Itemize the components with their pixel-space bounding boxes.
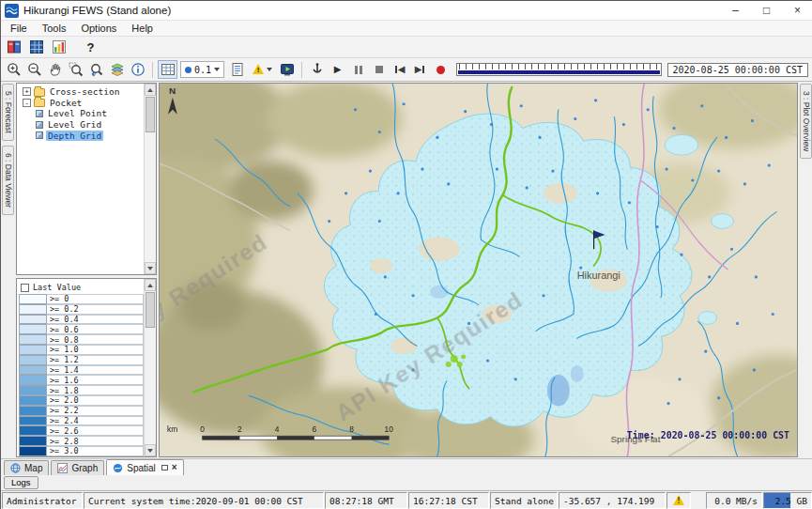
legend-label: >= 0.2	[47, 304, 144, 315]
svg-text:0: 0	[200, 424, 205, 434]
map-canvas[interactable]: Hikurangi Springs Flat API Key Required …	[160, 84, 797, 456]
svg-text:6: 6	[312, 424, 316, 434]
legend-swatch	[19, 395, 47, 406]
scroll-up-button[interactable]	[145, 279, 156, 291]
layers-button[interactable]	[107, 60, 127, 79]
jump-to-time-button[interactable]	[307, 60, 327, 79]
legend-label: >= 1.2	[47, 355, 144, 365]
menu-tools[interactable]: Tools	[35, 22, 74, 35]
minimize-button[interactable]: –	[720, 1, 751, 20]
float-tab-button[interactable]	[161, 465, 168, 470]
info-button[interactable]	[128, 60, 147, 79]
grid-display-button[interactable]	[158, 60, 177, 79]
left-panel: +Cross-section-PocketLevel PointLevel Gr…	[15, 82, 158, 458]
legend-scrollbar[interactable]	[144, 279, 156, 456]
legend-swatch	[19, 425, 47, 436]
tab-spatial[interactable]: Spatial×	[106, 459, 183, 475]
tree-expander[interactable]: -	[23, 99, 31, 107]
tree-item-depth-grid[interactable]: Depth Grid	[20, 130, 144, 141]
pause-button[interactable]	[348, 60, 368, 79]
zoom-out-button[interactable]	[24, 60, 44, 79]
tab-graph[interactable]: Graph	[51, 460, 104, 475]
zoom-in-button[interactable]	[4, 60, 23, 79]
legend-swatch	[19, 446, 47, 456]
scroll-up-button[interactable]	[145, 84, 156, 96]
menu-file[interactable]: File	[3, 22, 35, 35]
chart-display-icon[interactable]	[49, 38, 69, 56]
timeline-slider[interactable]	[456, 63, 661, 76]
status-coordinates: -35.657 , 174.199	[559, 492, 666, 509]
pan-button[interactable]	[45, 60, 65, 79]
legend-swatch	[19, 345, 47, 355]
app-logo-icon	[5, 4, 19, 18]
close-button[interactable]: ×	[782, 1, 812, 20]
svg-text:2: 2	[237, 424, 242, 434]
tree-item-label: Depth Grid	[46, 131, 103, 141]
status-gmt-time: 08:27:18 GMT	[325, 492, 407, 509]
grid-value-icon	[185, 67, 192, 73]
tree-scrollbar[interactable]	[144, 84, 156, 274]
left-tab-strip: 5 : Forecast6 : Data Viewer	[1, 82, 15, 458]
maximize-button[interactable]: □	[751, 1, 782, 20]
status-system-time: Current system time:2020-09-01 00:00 CST	[84, 492, 324, 509]
right-dock-tab-1[interactable]: 3 : Plot Overview	[800, 84, 812, 159]
logs-button[interactable]: Logs	[4, 476, 38, 489]
arrow-up-icon	[147, 88, 153, 92]
profile-button[interactable]	[227, 60, 247, 79]
indent-spacer	[20, 113, 33, 114]
legend-entry: >= 1.8	[19, 385, 144, 395]
warning-dropdown[interactable]: !	[248, 60, 276, 79]
tree-item-pocket[interactable]: -Pocket	[20, 98, 144, 109]
scrollbar-thumb[interactable]	[146, 97, 155, 132]
close-tab-button[interactable]: ×	[172, 463, 177, 472]
step-forward-icon: ▶	[415, 65, 422, 74]
tree-item-level-point[interactable]: Level Point	[20, 108, 144, 119]
tree-item-label: Pocket	[48, 98, 84, 108]
scrollbar-thumb[interactable]	[146, 292, 155, 328]
map-view[interactable]: Hikurangi Springs Flat API Key Required …	[159, 83, 798, 457]
tab-map[interactable]: Map	[4, 460, 49, 475]
main-area: 5 : Forecast6 : Data Viewer +Cross-secti…	[1, 82, 812, 458]
left-dock-tab-2[interactable]: 6 : Data Viewer	[2, 146, 14, 215]
node-icon	[36, 110, 43, 117]
step-back-button[interactable]: ◀	[390, 60, 409, 79]
tree-item-level-grid[interactable]: Level Grid	[20, 119, 144, 131]
logs-row: Logs	[1, 475, 812, 490]
tree-expander[interactable]: +	[23, 87, 31, 96]
zoom-previous-button[interactable]	[86, 60, 106, 79]
grid-classify-combo[interactable]: 0.1	[180, 61, 224, 78]
help-icon: ?	[87, 40, 95, 54]
play-button[interactable]: ▶	[328, 60, 347, 79]
legend-entry: >= 2.4	[19, 416, 144, 426]
menu-options[interactable]: Options	[73, 22, 124, 35]
tab-label: Graph	[71, 463, 98, 473]
left-dock-tab-1[interactable]: 5 : Forecast	[2, 84, 14, 141]
svg-text:N: N	[169, 85, 176, 96]
legend-entry: >= 0	[19, 294, 144, 304]
legend-label: >= 1.4	[47, 365, 144, 376]
menu-bar: FileToolsOptionsHelp	[1, 21, 812, 37]
zoom-box-button[interactable]	[66, 60, 85, 79]
scroll-down-button[interactable]	[145, 262, 156, 274]
tree-item-label: Cross-section	[48, 86, 121, 97]
menu-help[interactable]: Help	[124, 22, 161, 35]
svg-text:8: 8	[349, 424, 354, 434]
step-forward-button[interactable]: ▶	[410, 60, 430, 79]
scroll-down-button[interactable]	[145, 444, 156, 456]
help-button[interactable]: ?	[81, 38, 100, 56]
svg-text:4: 4	[275, 424, 280, 434]
folder-icon	[34, 88, 45, 97]
animation-export-button[interactable]	[277, 60, 297, 79]
record-button[interactable]	[431, 60, 451, 79]
scrollbar-track[interactable]	[145, 96, 156, 262]
pause-icon	[355, 66, 362, 74]
scrollbar-track[interactable]	[145, 291, 156, 444]
legend-swatch	[19, 375, 47, 385]
grid-classify-value: 0.1	[194, 65, 211, 75]
arrow-down-icon	[147, 267, 153, 270]
database-icon[interactable]	[4, 38, 23, 56]
stop-button[interactable]	[369, 60, 389, 79]
grid-data-icon[interactable]	[26, 38, 46, 56]
tree-item-cross-section[interactable]: +Cross-section	[20, 86, 144, 98]
last-value-checkbox[interactable]	[21, 284, 29, 292]
